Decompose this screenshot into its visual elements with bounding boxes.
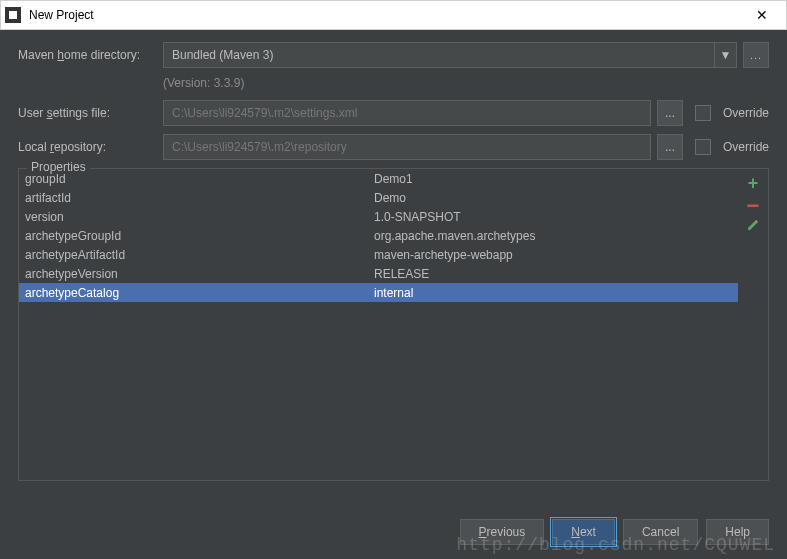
- property-value: maven-archetype-webapp: [374, 248, 738, 262]
- dialog-content: Maven home directory: Bundled (Maven 3) …: [0, 30, 787, 481]
- next-button[interactable]: Next: [552, 519, 615, 545]
- table-row[interactable]: archetypeVersionRELEASE: [19, 264, 738, 283]
- window-title: New Project: [29, 8, 742, 22]
- property-key: archetypeCatalog: [19, 286, 374, 300]
- properties-panel: Properties groupIdDemo1artifactIdDemover…: [18, 168, 769, 481]
- edit-property-button[interactable]: [746, 218, 760, 235]
- table-row[interactable]: archetypeCataloginternal: [19, 283, 738, 302]
- properties-empty-space: [19, 302, 768, 480]
- properties-table[interactable]: groupIdDemo1artifactIdDemoversion1.0-SNA…: [19, 169, 738, 302]
- local-repo-label: Local repository:: [18, 140, 163, 154]
- local-repo-override-label: Override: [723, 140, 769, 154]
- table-row[interactable]: archetypeGroupIdorg.apache.maven.archety…: [19, 226, 738, 245]
- property-key: version: [19, 210, 374, 224]
- property-value: Demo1: [374, 172, 738, 186]
- table-row[interactable]: archetypeArtifactIdmaven-archetype-webap…: [19, 245, 738, 264]
- maven-home-combo[interactable]: Bundled (Maven 3) ▼: [163, 42, 737, 68]
- remove-property-button[interactable]: −: [747, 200, 760, 212]
- previous-button[interactable]: Previous: [460, 519, 545, 545]
- user-settings-override-label: Override: [723, 106, 769, 120]
- chevron-down-icon[interactable]: ▼: [714, 43, 736, 67]
- user-settings-browse-button[interactable]: ...: [657, 100, 683, 126]
- maven-version-label: (Version: 3.3.9): [18, 76, 769, 90]
- user-settings-label: User settings file:: [18, 106, 163, 120]
- property-key: archetypeArtifactId: [19, 248, 374, 262]
- local-repo-value: C:\Users\li924579\.m2\repository: [172, 140, 347, 154]
- close-button[interactable]: ✕: [742, 1, 782, 29]
- help-button[interactable]: Help: [706, 519, 769, 545]
- property-value: org.apache.maven.archetypes: [374, 229, 738, 243]
- property-key: archetypeVersion: [19, 267, 374, 281]
- table-row[interactable]: groupIdDemo1: [19, 169, 738, 188]
- property-value: Demo: [374, 191, 738, 205]
- property-value: internal: [374, 286, 738, 300]
- local-repo-input[interactable]: C:\Users\li924579\.m2\repository: [163, 134, 651, 160]
- local-repo-browse-button[interactable]: ...: [657, 134, 683, 160]
- property-key: artifactId: [19, 191, 374, 205]
- table-row[interactable]: version1.0-SNAPSHOT: [19, 207, 738, 226]
- maven-home-value: Bundled (Maven 3): [164, 48, 714, 62]
- properties-legend: Properties: [27, 160, 90, 174]
- property-key: archetypeGroupId: [19, 229, 374, 243]
- local-repo-row: Local repository: C:\Users\li924579\.m2\…: [18, 134, 769, 160]
- maven-home-row: Maven home directory: Bundled (Maven 3) …: [18, 42, 769, 68]
- user-settings-value: C:\Users\li924579\.m2\settings.xml: [172, 106, 357, 120]
- add-property-button[interactable]: +: [748, 173, 759, 194]
- app-icon: [5, 7, 21, 23]
- svg-rect-1: [9, 11, 17, 19]
- user-settings-input[interactable]: C:\Users\li924579\.m2\settings.xml: [163, 100, 651, 126]
- cancel-button[interactable]: Cancel: [623, 519, 698, 545]
- button-bar: Previous Next Cancel Help: [460, 519, 769, 545]
- titlebar: New Project ✕: [0, 0, 787, 30]
- local-repo-override-checkbox[interactable]: [695, 139, 711, 155]
- properties-actions: + −: [738, 169, 768, 302]
- maven-home-browse-button[interactable]: ...: [743, 42, 769, 68]
- user-settings-override-checkbox[interactable]: [695, 105, 711, 121]
- table-row[interactable]: artifactIdDemo: [19, 188, 738, 207]
- property-value: 1.0-SNAPSHOT: [374, 210, 738, 224]
- user-settings-row: User settings file: C:\Users\li924579\.m…: [18, 100, 769, 126]
- property-value: RELEASE: [374, 267, 738, 281]
- maven-home-label: Maven home directory:: [18, 48, 163, 62]
